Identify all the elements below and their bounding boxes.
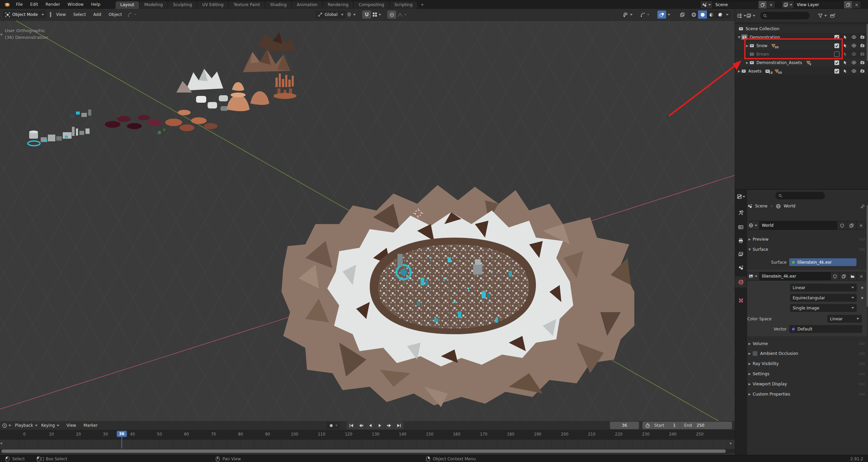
- panel-surface[interactable]: ▼Surface: [747, 245, 868, 254]
- delete-view-layer-button[interactable]: [852, 1, 861, 8]
- breadcrumb-world[interactable]: World: [784, 204, 795, 208]
- scene-name[interactable]: Scene: [713, 1, 758, 8]
- properties-scrollbar[interactable]: [867, 205, 868, 307]
- menu-view[interactable]: View: [53, 10, 70, 19]
- current-frame-field[interactable]: 36: [610, 422, 639, 429]
- menu-file[interactable]: File: [12, 0, 26, 9]
- timeline-scrollbar[interactable]: [0, 449, 735, 453]
- properties-search-input[interactable]: [775, 192, 825, 199]
- timeline-editor-type-dropdown[interactable]: [2, 421, 11, 429]
- prev-keyframe-button[interactable]: [356, 421, 366, 429]
- drag-handle-icon[interactable]: [859, 382, 865, 386]
- exclude-checkbox[interactable]: [833, 69, 840, 74]
- outliner-filter-dropdown[interactable]: [818, 12, 827, 20]
- shading-rendered-button[interactable]: [716, 11, 725, 19]
- disable-render-icon[interactable]: [859, 35, 866, 40]
- breadcrumb-scene[interactable]: Scene: [755, 204, 768, 208]
- unlink-world-button[interactable]: [856, 221, 866, 229]
- shading-material-button[interactable]: [707, 11, 716, 19]
- new-collection-button[interactable]: [828, 12, 837, 20]
- copy-world-button[interactable]: [847, 221, 856, 229]
- timeline-menu-view[interactable]: View: [63, 421, 80, 430]
- xray-toggle[interactable]: [678, 11, 687, 19]
- outliner-scrollbar[interactable]: [867, 24, 868, 61]
- transform-orientation-dropdown[interactable]: Global: [315, 11, 346, 19]
- scene-icon[interactable]: [700, 1, 713, 8]
- proportional-falloff-dropdown[interactable]: [398, 11, 407, 19]
- interpolation-dropdown[interactable]: Linear: [790, 284, 857, 292]
- pivot-point-dropdown[interactable]: [347, 11, 356, 19]
- selectable-icon[interactable]: [842, 60, 849, 65]
- menu-object[interactable]: Object: [105, 10, 126, 19]
- exclude-checkbox[interactable]: [833, 35, 840, 40]
- hide-viewport-icon[interactable]: [850, 52, 857, 57]
- selectable-icon[interactable]: [842, 35, 849, 40]
- outliner-row-scene-collection[interactable]: Scene Collection: [735, 24, 868, 33]
- sidebar-toggle-arrow[interactable]: ▸: [1, 32, 3, 37]
- disable-render-icon[interactable]: [859, 43, 866, 48]
- selectable-icon[interactable]: [842, 69, 849, 74]
- start-frame-field[interactable]: 1: [673, 423, 676, 428]
- timeline-corner-arrow[interactable]: ▸: [1, 441, 3, 445]
- hide-viewport-icon[interactable]: [850, 43, 857, 48]
- view-layer-selector[interactable]: View Layer: [782, 1, 861, 9]
- panel-ambient-occlusion[interactable]: ▶Ambient Occlusion: [747, 349, 868, 358]
- properties-editor-type-dropdown[interactable]: [735, 191, 747, 202]
- tab-view-layer[interactable]: [735, 249, 747, 260]
- next-keyframe-button[interactable]: [385, 421, 394, 429]
- world-browse-dropdown[interactable]: [747, 221, 759, 229]
- new-view-layer-button[interactable]: [844, 1, 852, 8]
- exclude-checkbox[interactable]: [833, 60, 840, 65]
- panel-ray-visibility[interactable]: ▶Ray Visibility: [747, 359, 868, 368]
- menu-add[interactable]: Add: [90, 10, 105, 19]
- proportional-editing-toggle[interactable]: [387, 11, 396, 19]
- expand-arrow[interactable]: ▶: [745, 61, 749, 64]
- tab-layout[interactable]: Layout: [116, 1, 139, 9]
- view-layer-icon[interactable]: [782, 1, 794, 8]
- view-layer-name[interactable]: View Layer: [794, 1, 844, 8]
- crater-model[interactable]: [282, 185, 634, 407]
- disable-render-icon[interactable]: [859, 52, 866, 57]
- play-button[interactable]: [375, 421, 385, 429]
- expand-arrow[interactable]: ▶: [737, 69, 741, 73]
- drag-handle-icon[interactable]: [859, 362, 865, 365]
- copy-image-button[interactable]: [839, 272, 848, 280]
- asset-strip[interactable]: [28, 32, 296, 146]
- surface-shader-button[interactable]: lilienstein_4k.exr: [789, 258, 856, 266]
- record-button[interactable]: [329, 423, 334, 428]
- menu-help[interactable]: Help: [87, 0, 104, 9]
- pin-icon[interactable]: [860, 204, 865, 209]
- panel-volume[interactable]: ▶Volume: [747, 339, 868, 348]
- fake-user-button[interactable]: [830, 272, 839, 280]
- menu-edit[interactable]: Edit: [26, 0, 42, 9]
- menu-render[interactable]: Render: [42, 0, 64, 9]
- hide-viewport-icon[interactable]: [850, 60, 857, 65]
- drag-handle-icon[interactable]: [859, 342, 865, 345]
- timeline-keyframe-area[interactable]: [0, 439, 735, 449]
- tool-fallback-dropdown[interactable]: [128, 11, 136, 19]
- outliner-row-demonstration[interactable]: ▼ Demonstration: [735, 33, 868, 41]
- image-name-field[interactable]: lilienstein_4k.exr: [759, 272, 830, 280]
- tab-render[interactable]: [735, 222, 747, 233]
- end-frame-field[interactable]: 250: [697, 423, 705, 428]
- open-image-button[interactable]: [848, 272, 857, 280]
- unlink-image-button[interactable]: [857, 272, 866, 280]
- tab-tool[interactable]: [735, 207, 747, 218]
- play-reverse-button[interactable]: [366, 421, 375, 429]
- show-object-types-dropdown[interactable]: [623, 11, 633, 19]
- ao-checkbox[interactable]: [753, 351, 757, 356]
- hide-viewport-icon[interactable]: [850, 68, 857, 74]
- drag-handle-icon[interactable]: [859, 352, 865, 355]
- outliner-row-snow[interactable]: ▶ Snow 99: [735, 41, 868, 50]
- timeline-menu-keying[interactable]: Keying: [38, 421, 59, 430]
- drag-handle-icon[interactable]: [859, 238, 865, 241]
- outliner-display-mode-dropdown[interactable]: [737, 12, 746, 20]
- exclude-checkbox[interactable]: [833, 52, 840, 57]
- tab-texture[interactable]: [735, 295, 747, 306]
- panel-viewport-display[interactable]: ▶Viewport Display: [747, 380, 868, 388]
- expand-arrow[interactable]: ▶: [745, 44, 749, 47]
- menu-select[interactable]: Select: [70, 10, 90, 19]
- outliner-search-input[interactable]: [760, 12, 810, 19]
- outliner-row-brown[interactable]: Brown: [735, 50, 868, 58]
- snap-toggle[interactable]: [362, 11, 371, 19]
